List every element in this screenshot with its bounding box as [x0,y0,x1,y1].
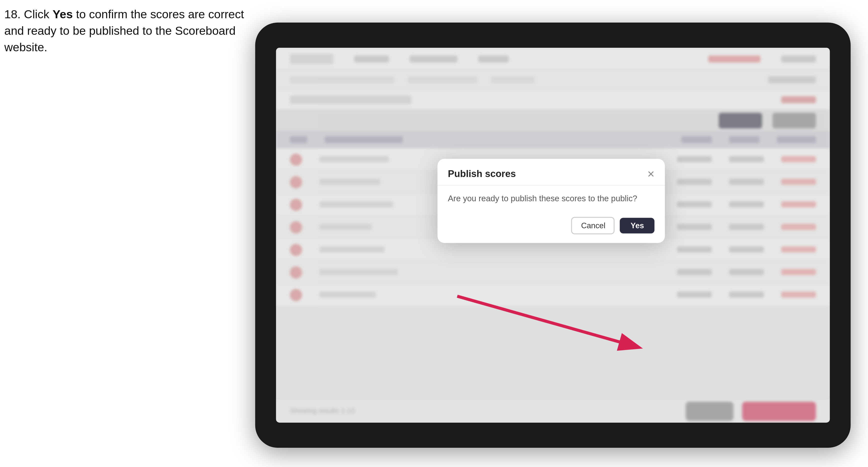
cancel-button[interactable]: Cancel [571,217,615,235]
modal-title: Publish scores [448,168,516,179]
modal-overlay: Publish scores × Are you ready to publis… [276,48,830,423]
instruction-text: 18. Click Yes to confirm the scores are … [4,7,247,56]
yes-keyword: Yes [53,8,73,21]
step-number: 18. [4,8,21,21]
modal-body: Are you ready to publish these scores to… [437,186,665,212]
modal-message: Are you ready to publish these scores to… [448,193,654,205]
tablet-screen: Showing results 1-10 Publish sc [276,48,830,423]
modal-header: Publish scores × [437,159,665,186]
yes-button[interactable]: Yes [620,218,654,234]
instruction-pre: Click [24,8,53,21]
modal-close-icon[interactable]: × [647,167,654,180]
publish-scores-dialog: Publish scores × Are you ready to publis… [437,159,665,243]
modal-footer: Cancel Yes [437,212,665,243]
tablet-device: Showing results 1-10 Publish sc [255,23,850,448]
